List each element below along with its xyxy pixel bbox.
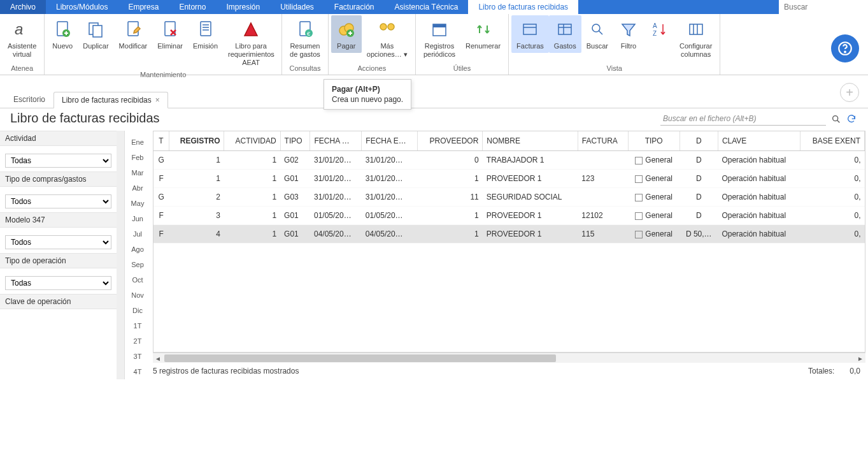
month-2t[interactable]: 2T (125, 333, 150, 349)
ribbon-btn-nuevo[interactable]: Nuevo (47, 15, 78, 53)
checkbox-icon[interactable] (635, 194, 643, 201)
scroll-right-arrow[interactable]: ► (855, 353, 865, 363)
checkbox-icon[interactable] (635, 231, 643, 238)
column-header[interactable]: FECHA E… (362, 131, 417, 151)
scroll-thumb[interactable] (164, 354, 556, 362)
ribbon-btn-registros-periodicos[interactable]: Registrosperiódicos (418, 15, 460, 61)
column-header[interactable]: ACTIVIDAD (224, 131, 280, 151)
ribbon-btn-asistente[interactable]: aAsistentevirtual (3, 15, 41, 61)
filter-select-1[interactable]: Todos (5, 194, 111, 208)
cell: 3 (169, 207, 224, 225)
month-abr[interactable]: Abr (125, 180, 150, 196)
column-header[interactable]: D (679, 131, 718, 151)
column-header[interactable]: T (153, 131, 169, 151)
ribbon-btn-pagar[interactable]: Pagar (331, 15, 362, 53)
column-header[interactable]: NOMBRE (483, 131, 578, 151)
search-icon[interactable] (831, 114, 841, 124)
column-header[interactable]: PROVEEDOR (417, 131, 483, 151)
column-header[interactable]: TIPO (628, 131, 679, 151)
column-header[interactable]: FACTURA (578, 131, 628, 151)
menubar-item-libro-de-facturas-recibidas[interactable]: Libro de facturas recibidas (468, 0, 578, 14)
table-row[interactable]: G21G0331/01/20…31/01/20…11SEGURIDAD SOCI… (153, 188, 865, 207)
month-3t[interactable]: 3T (125, 349, 150, 364)
table-row[interactable]: F41G0104/05/20…04/05/20…1PROVEEDOR 1115G… (153, 225, 865, 244)
duplicar-icon (85, 19, 106, 40)
menubar-item-archivo[interactable]: Archivo (0, 0, 46, 14)
ribbon-btn-label: Registrosperiódicos (423, 42, 455, 59)
menubar-item-utilidades[interactable]: Utilidades (270, 0, 324, 14)
cell: PROVEEDOR 1 (483, 207, 578, 225)
ribbon-btn-gastos[interactable]: Gastos (549, 15, 581, 53)
ribbon-btn-duplicar[interactable]: Duplicar (78, 15, 113, 53)
menubar-item-empresa[interactable]: Empresa (118, 0, 169, 14)
scroll-left-arrow[interactable]: ◄ (153, 353, 163, 363)
doc-tab-escritorio[interactable]: Escritorio (5, 91, 53, 108)
table-row[interactable]: F11G0131/01/20…31/01/20…1PROVEEDOR 1123G… (153, 170, 865, 188)
help-button[interactable] (831, 34, 859, 62)
month-ago[interactable]: Ago (125, 242, 150, 257)
column-header[interactable]: TIPO (280, 131, 310, 151)
column-header[interactable]: BASE EXENT (800, 131, 864, 151)
menubar-item-entorno[interactable]: Entorno (169, 0, 216, 14)
add-button[interactable]: + (840, 83, 859, 102)
global-search-input[interactable] (779, 0, 868, 14)
ribbon-btn-libro-aeat[interactable]: Libro pararequerimientos AEAT (223, 15, 279, 69)
refresh-icon[interactable] (846, 114, 857, 124)
svg-text:Z: Z (653, 30, 657, 37)
cell: 01/05/20… (310, 207, 362, 225)
month-nov[interactable]: Nov (125, 288, 150, 303)
checkbox-icon[interactable] (635, 212, 643, 220)
menubar-item-libros-m-dulos[interactable]: Libros/Módulos (46, 0, 118, 14)
menubar-item-asistencia-t-cnica[interactable]: Asistencia Técnica (385, 0, 469, 14)
filter-select-3[interactable]: Todas (5, 276, 111, 290)
ribbon-btn-resumen-gastos[interactable]: €Resumende gastos (285, 15, 325, 61)
column-header[interactable]: REGISTRO (169, 131, 224, 151)
month-oct[interactable]: Oct (125, 272, 150, 288)
doc-tab-libro-de-facturas-recibidas[interactable]: Libro de facturas recibidas× (53, 92, 168, 108)
ribbon-btn-renumerar[interactable]: Renumerar (460, 15, 506, 53)
menubar-item-facturaci-n[interactable]: Facturación (324, 0, 385, 14)
grid-wrapper[interactable]: TREGISTROACTIVIDADTIPOFECHA …FECHA E…PRO… (153, 131, 865, 353)
ribbon-btn-mas-opciones[interactable]: Másopciones… ▾ (362, 15, 413, 61)
table-row[interactable]: F31G0101/05/20…01/05/20…1PROVEEDOR 11210… (153, 207, 865, 225)
table-row[interactable]: G11G0231/01/20…31/01/20…0TRABAJADOR 1Gen… (153, 151, 865, 170)
month-mar[interactable]: Mar (125, 165, 150, 180)
checkbox-icon[interactable] (635, 157, 643, 164)
month-1t[interactable]: 1T (125, 318, 150, 333)
filter-select-2[interactable]: Todos (5, 235, 111, 249)
ribbon: aAsistentevirtualAteneaNuevoDuplicarModi… (0, 14, 868, 75)
close-tab-icon[interactable]: × (155, 96, 160, 105)
ribbon-btn-filtro[interactable]: Filtro (613, 15, 644, 53)
ribbon-btn-config-col[interactable]: Configurarcolumnas (674, 15, 717, 61)
month-may[interactable]: May (125, 196, 150, 211)
ribbon-btn-modificar[interactable]: Modificar (114, 15, 153, 53)
ribbon-btn-buscar[interactable]: Buscar (581, 15, 613, 53)
cell: 0, (800, 188, 864, 207)
month-jun[interactable]: Jun (125, 211, 150, 226)
renumerar-icon (473, 19, 494, 40)
ribbon-group-útiles: RegistrosperiódicosRenumerarÚtiles (416, 14, 509, 75)
month-dic[interactable]: Dic (125, 303, 150, 318)
svg-point-37 (833, 115, 838, 120)
grid-search-input[interactable] (660, 112, 826, 126)
ribbon-btn-eliminar[interactable]: Eliminar (152, 15, 188, 53)
horizontal-scrollbar[interactable]: ◄ ► (153, 353, 865, 363)
cell: 1 (169, 151, 224, 170)
ribbon-btn-orden[interactable]: AZ (644, 15, 674, 45)
column-header[interactable]: CLAVE (718, 131, 800, 151)
month-feb[interactable]: Feb (125, 150, 150, 165)
svg-rect-23 (523, 24, 536, 34)
svg-rect-25 (559, 24, 571, 34)
month-sep[interactable]: Sep (125, 257, 150, 272)
ribbon-btn-facturas[interactable]: Facturas (511, 15, 549, 53)
ribbon-btn-emision[interactable]: Emisión (188, 15, 223, 53)
ribbon-btn-label: Gastos (554, 42, 576, 50)
month-4t[interactable]: 4T (125, 364, 150, 379)
menubar-item-impresi-n[interactable]: Impresión (216, 0, 270, 14)
column-header[interactable]: FECHA … (310, 131, 362, 151)
ribbon-btn-label: Pagar (337, 42, 355, 50)
filter-select-0[interactable]: Todas (5, 154, 111, 168)
month-jul[interactable]: Jul (125, 226, 150, 242)
checkbox-icon[interactable] (635, 175, 643, 183)
month-ene[interactable]: Ene (125, 135, 150, 150)
